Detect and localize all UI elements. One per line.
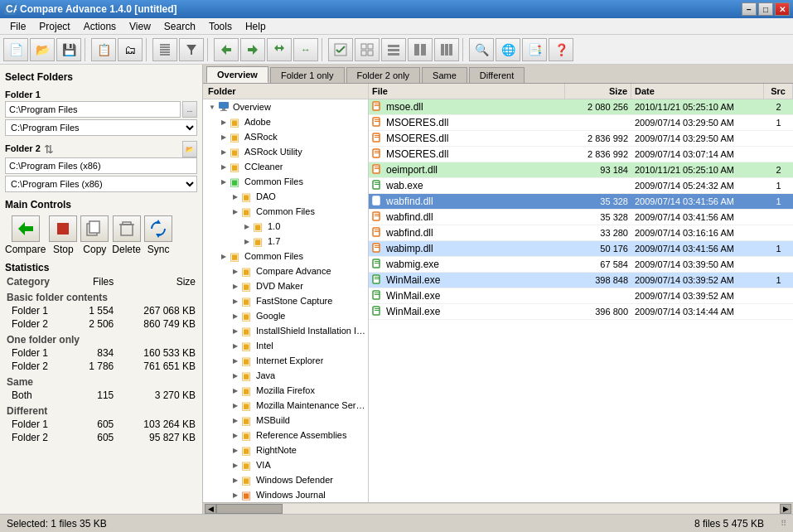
tree-expand-icon[interactable]: ▶ bbox=[230, 447, 241, 454]
folder1-input[interactable] bbox=[5, 101, 181, 118]
sync1-button[interactable] bbox=[214, 38, 239, 61]
filter-button[interactable] bbox=[179, 38, 204, 61]
tree-expand-icon[interactable]: ▶ bbox=[241, 223, 253, 230]
check2-button[interactable] bbox=[355, 38, 380, 61]
sync-button[interactable]: Sync bbox=[144, 215, 172, 255]
tree-expand-icon[interactable]: ▶ bbox=[230, 283, 241, 290]
menu-item-file[interactable]: File bbox=[3, 19, 32, 34]
file-row[interactable]: msoe.dll 2 080 256 2010/11/21 05:25:10 A… bbox=[369, 99, 793, 115]
file-header-file[interactable]: File bbox=[369, 84, 565, 99]
tree-expand-icon[interactable]: ▶ bbox=[230, 432, 241, 439]
tree-expand-icon[interactable]: ▶ bbox=[230, 327, 241, 335]
help-button[interactable]: ❓ bbox=[549, 38, 573, 61]
tree-expand-icon[interactable]: ▶ bbox=[230, 357, 241, 365]
folder2-browse-button[interactable]: 📂 bbox=[182, 141, 197, 157]
tree-expand-icon[interactable]: ▶ bbox=[218, 148, 230, 156]
tree-item[interactable]: ▶ ▣ 1.7 bbox=[203, 234, 368, 249]
file-header-date[interactable]: Date bbox=[631, 84, 764, 99]
folder2-input[interactable] bbox=[5, 157, 197, 174]
file-row[interactable]: MSOERES.dll 2009/07/14 03:29:50 AM 1 bbox=[369, 115, 793, 131]
tab-different[interactable]: Different bbox=[469, 67, 525, 83]
tree-expand-icon[interactable]: ▶ bbox=[230, 402, 241, 409]
sync3-button[interactable] bbox=[267, 38, 292, 61]
tree-expand-icon[interactable]: ▶ bbox=[218, 253, 230, 260]
menu-item-actions[interactable]: Actions bbox=[77, 19, 123, 34]
file-row[interactable]: wabfind.dll 35 328 2009/07/14 03:41:56 A… bbox=[369, 194, 793, 210]
stop-button[interactable]: Stop bbox=[49, 215, 77, 255]
file-row[interactable]: wabfind.dll 33 280 2009/07/14 03:16:16 A… bbox=[369, 225, 793, 241]
menu-item-project[interactable]: Project bbox=[32, 19, 76, 34]
close-button[interactable]: ✕ bbox=[775, 2, 790, 16]
file-header-src[interactable]: Src bbox=[764, 84, 793, 99]
tree-expand-icon[interactable]: ▶ bbox=[218, 163, 230, 171]
file-list[interactable]: File Size Date Src msoe.dll 2 080 256 20… bbox=[369, 84, 793, 502]
tree-expand-icon[interactable]: ▶ bbox=[230, 462, 241, 469]
tree-item[interactable]: ▶ ▣ Intel bbox=[203, 338, 368, 353]
view1-button[interactable] bbox=[381, 38, 406, 61]
tree-expand-icon[interactable]: ▶ bbox=[218, 133, 230, 141]
file-row[interactable]: WinMail.exe 398 848 2009/07/14 03:39:52 … bbox=[369, 273, 793, 288]
menu-item-tools[interactable]: Tools bbox=[202, 19, 239, 34]
tree-item[interactable]: ▶ ▣ Reference Assemblies bbox=[203, 428, 368, 443]
folder-button[interactable]: 🗂 bbox=[118, 38, 143, 61]
tree-item[interactable]: ▶ ▣ InstallShield Installation Infor... bbox=[203, 323, 368, 338]
web-button[interactable]: 🌐 bbox=[496, 38, 520, 61]
open-button[interactable]: 📂 bbox=[30, 38, 55, 61]
view3-button[interactable] bbox=[434, 38, 459, 61]
tree-expand-icon[interactable]: ▶ bbox=[230, 297, 241, 305]
tree-item[interactable]: ▶ ▣ Mozilla Firefox bbox=[203, 383, 368, 398]
copy-button[interactable]: Copy bbox=[80, 215, 109, 255]
tree-expand-icon[interactable]: ▶ bbox=[218, 118, 230, 126]
tree-item[interactable]: ▶ ▣ Windows Defender bbox=[203, 472, 368, 487]
view2-button[interactable] bbox=[408, 38, 433, 61]
tree-item[interactable]: ▶ ▣ 1.0 bbox=[203, 219, 368, 234]
file-row[interactable]: wabfind.dll 35 328 2009/07/14 03:41:56 A… bbox=[369, 210, 793, 225]
folder1-browse-button[interactable]: ... bbox=[182, 101, 197, 118]
tree-item[interactable]: ▶ ▣ Mozilla Maintenance Service bbox=[203, 398, 368, 413]
check1-button[interactable] bbox=[328, 38, 353, 61]
tree-expand-icon[interactable]: ▶ bbox=[230, 491, 241, 499]
tab-folder2only[interactable]: Folder 2 only bbox=[346, 67, 421, 83]
report-button[interactable]: 📑 bbox=[522, 38, 547, 61]
tree-expand-icon[interactable]: ▶ bbox=[230, 208, 241, 215]
file-row[interactable]: wabmig.exe 67 584 2009/07/14 03:39:50 AM bbox=[369, 257, 793, 273]
tree-expand-icon[interactable]: ▶ bbox=[230, 417, 241, 424]
compare-button[interactable]: Compare bbox=[5, 215, 46, 255]
file-row[interactable]: wabimp.dll 50 176 2009/07/14 03:41:56 AM… bbox=[369, 241, 793, 257]
scroll-left-btn[interactable]: ◀ bbox=[205, 504, 216, 514]
folder1-dropdown[interactable]: C:\Program Files bbox=[5, 119, 197, 136]
tree-item[interactable]: ▶ ▣ Internet Explorer bbox=[203, 353, 368, 368]
tree-item[interactable]: ▶ ▣ Java bbox=[203, 368, 368, 383]
tree-item[interactable]: ▶ ▣ DAO bbox=[203, 189, 368, 204]
delete-button[interactable]: Delete bbox=[112, 215, 141, 255]
sync4-button[interactable]: ↔ bbox=[293, 38, 318, 61]
folder2-dropdown[interactable]: C:\Program Files (x86) bbox=[5, 176, 197, 192]
tree-expand-icon[interactable]: ▶ bbox=[230, 193, 241, 201]
menu-item-help[interactable]: Help bbox=[239, 19, 273, 34]
tree-item[interactable]: ▶ ▣ ASRock bbox=[203, 129, 368, 144]
file-row[interactable]: MSOERES.dll 2 836 992 2009/07/14 03:29:5… bbox=[369, 131, 793, 147]
tree-expand-icon[interactable]: ▶ bbox=[230, 342, 241, 350]
tree-item[interactable]: ▶ ▣ Common Files bbox=[203, 249, 368, 264]
tree-expand-icon[interactable]: ▼ bbox=[206, 104, 218, 111]
menu-item-view[interactable]: View bbox=[123, 19, 157, 34]
minimize-button[interactable]: − bbox=[742, 2, 757, 16]
file-row[interactable]: WinMail.exe 396 800 2009/07/14 03:14:44 … bbox=[369, 304, 793, 320]
copy-files-button[interactable]: 📋 bbox=[91, 38, 116, 61]
file-row[interactable]: MSOERES.dll 2 836 992 2009/07/14 03:07:1… bbox=[369, 147, 793, 162]
search-toolbar-button[interactable]: 🔍 bbox=[469, 38, 494, 61]
tree-expand-icon[interactable]: ▶ bbox=[230, 476, 241, 484]
tree-item[interactable]: ▼ Overview bbox=[203, 99, 368, 114]
maximize-button[interactable]: □ bbox=[758, 2, 773, 16]
file-row[interactable]: oeimport.dll 93 184 2010/11/21 05:25:10 … bbox=[369, 162, 793, 178]
tree-expand-icon[interactable]: ▶ bbox=[230, 372, 241, 380]
tree-expand-icon[interactable]: ▶ bbox=[230, 387, 241, 394]
tree-item[interactable]: ▶ ▣ MSBuild bbox=[203, 413, 368, 428]
tree-item[interactable]: ▶ ▣ Adobe bbox=[203, 114, 368, 129]
tree-item[interactable]: ▶ ▣ DVD Maker bbox=[203, 278, 368, 293]
tree-expand-icon[interactable]: ▶ bbox=[218, 178, 230, 186]
tree-expand-icon[interactable]: ▶ bbox=[230, 312, 241, 320]
tree-item[interactable]: ▶ ▣ CCleaner bbox=[203, 159, 368, 174]
swap-folders-button[interactable]: ⇅ bbox=[44, 143, 54, 156]
tree-item[interactable]: ▶ ▣ VIA bbox=[203, 457, 368, 472]
